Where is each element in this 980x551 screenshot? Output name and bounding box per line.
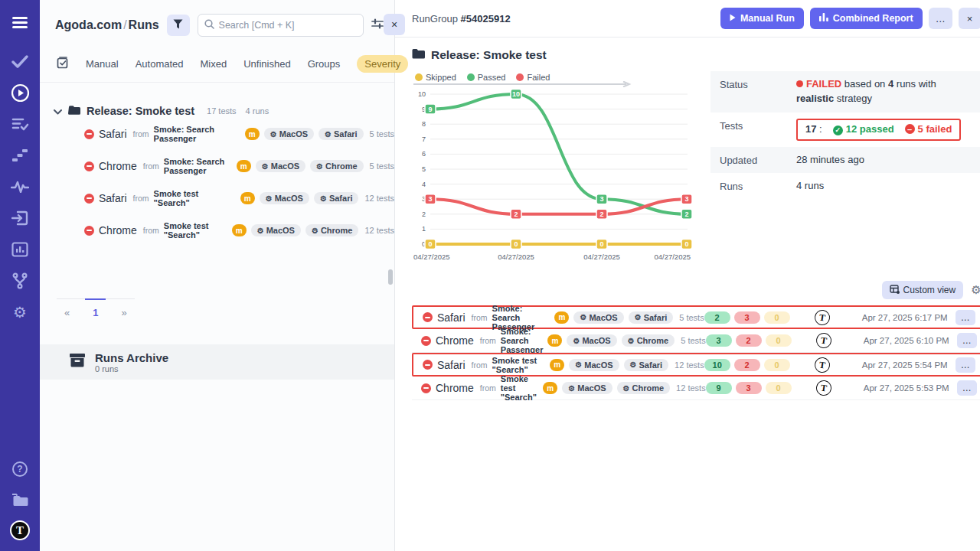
pulse-icon[interactable] [10,177,30,197]
svg-text:04/27/2025: 04/27/2025 [498,253,534,261]
tab-automated[interactable]: Automated [136,58,184,70]
menu-icon[interactable] [10,12,30,32]
run-browser-name[interactable]: Chrome [99,224,137,236]
runs-tree: Release: Smoke test 17 tests 4 runs Safa… [40,83,394,246]
rungroup-run-row[interactable]: ChromefromSmoke test "Search"m⚙MacOS⚙Chr… [412,377,980,400]
run-more-button[interactable]: … [956,310,975,325]
search-box[interactable] [198,14,364,37]
search-icon [204,18,214,32]
tree-run-item[interactable]: SafarifromSmoke test "Search"m⚙MacOS⚙Saf… [54,182,394,214]
manual-run-button[interactable]: Manual Run [720,8,804,29]
run-browser-name[interactable]: Chrome [436,382,474,394]
runs-archive[interactable]: Runs Archive 0 runs [40,344,394,380]
run-from-label: from [143,226,159,235]
svg-text:3: 3 [428,195,432,203]
report-chart-icon[interactable] [10,240,30,259]
rungroup-run-row[interactable]: SafarifromSmoke test "Search"m⚙MacOS⚙Saf… [412,353,980,377]
breadcrumb-section: Runs [129,18,159,31]
gear-icon: ⚙ [325,130,332,139]
tree-run-item[interactable]: ChromefromSmoke test "Search"m⚙MacOS⚙Chr… [54,214,394,246]
manual-badge: m [232,224,247,236]
legend-failed[interactable]: Failed [516,73,550,82]
check-icon[interactable] [10,51,30,71]
tree-run-item[interactable]: ChromefromSmoke: Search Passengerm⚙MacOS… [54,150,394,182]
steps-icon[interactable] [10,145,30,165]
tree-run-list: SafarifromSmoke: Search Passengerm⚙MacOS… [54,118,394,246]
manual-badge: m [237,160,251,172]
skipped-count-pill: 0 [764,359,790,371]
failed-status-icon [84,194,94,204]
legend-dot-icon [467,73,475,81]
gear-icon: ⚙ [623,384,630,393]
tab-severity[interactable]: Severity [357,55,408,73]
skipped-count-pill: 0 [766,382,792,394]
run-browser-name[interactable]: Safari [437,359,466,371]
run-browser-name[interactable]: Safari [99,192,127,204]
svg-text:04/27/2025: 04/27/2025 [583,253,620,261]
run-source-name: Smoke: Search Passenger [154,125,240,143]
tree-run-item[interactable]: SafarifromSmoke: Search Passengerm⚙MacOS… [54,118,394,150]
close-detail-button[interactable]: × [959,8,980,29]
settings-gear-icon[interactable]: ⚙ [10,302,30,322]
more-actions-button[interactable]: … [929,8,952,29]
list-settings-icon[interactable]: ⚙ [971,283,980,297]
gear-icon: ⚙ [262,162,269,171]
run-browser-name[interactable]: Chrome [436,334,474,347]
run-browser-name[interactable]: Chrome [99,160,137,172]
svg-text:6: 6 [422,150,426,158]
failed-status-icon [423,312,433,322]
filter-button[interactable] [167,15,190,36]
select-all-icon[interactable] [57,57,69,72]
combined-report-button[interactable]: Combined Report [810,8,923,29]
run-tests-count: 12 tests [364,194,394,203]
pagination-next-button[interactable]: » [113,307,134,318]
rungroup-run-list: SafarifromSmoke: Search Passengerm⚙MacOS… [412,305,980,400]
run-more-button[interactable]: … [956,357,975,373]
folders-icon[interactable] [10,490,30,510]
breadcrumb-project[interactable]: Agoda.com [55,18,122,31]
pagination-prev-button[interactable]: « [57,307,77,318]
run-more-button[interactable]: … [957,333,977,348]
app-sidebar: ⚙ ? T [0,0,40,551]
tab-manual[interactable]: Manual [86,58,119,70]
rungroup-run-row[interactable]: ChromefromSmoke: Search Passengerm⚙MacOS… [412,329,980,353]
help-icon[interactable]: ? [10,459,30,479]
tab-unfinished[interactable]: Unfinished [243,58,290,70]
failed-status-icon [84,129,94,139]
pagination-page-1[interactable]: 1 [85,307,106,318]
testomat-reporter-icon: T [815,380,832,397]
runs-trend-chart: SkippedPassedFailed 01234567891004/27/20… [412,71,700,269]
play-circle-icon[interactable] [10,83,30,103]
import-icon[interactable] [10,208,30,228]
run-more-button[interactable]: … [957,380,977,396]
legend-passed[interactable]: Passed [467,73,506,82]
custom-view-button[interactable]: Custom view [882,281,964,299]
testomat-reporter-icon: T [813,356,831,373]
run-result-counts: 320 [706,334,796,347]
tree-group-header[interactable]: Release: Smoke test 17 tests 4 runs [54,104,394,118]
minus-circle-icon: – [905,124,915,134]
run-result-counts: 1020 [704,359,795,371]
folder-icon [412,48,425,62]
list-check-icon[interactable] [10,114,30,134]
legend-skipped[interactable]: Skipped [415,73,456,82]
failed-status-icon [421,336,431,346]
tab-groups[interactable]: Groups [308,58,341,70]
rungroup-detail-panel: RunGroup #54025912 Manual Run Combined R… [395,0,980,551]
run-source-name: Smoke test "Search" [164,221,227,240]
search-input[interactable] [219,20,357,31]
rungroup-title: Release: Smoke test [431,48,547,62]
tab-mixed[interactable]: Mixed [201,58,227,70]
manual-badge: m [543,382,557,394]
panel-close-button[interactable]: × [384,14,405,35]
left-panel-scrollbar[interactable] [388,269,393,285]
run-browser-name[interactable]: Safari [99,128,127,140]
run-date: Apr 27, 2025 6:17 PM [850,313,948,322]
testomat-logo-icon[interactable]: T [10,520,30,540]
rungroup-run-row[interactable]: SafarifromSmoke: Search Passengerm⚙MacOS… [412,305,980,329]
legend-dot-icon [415,73,423,81]
play-icon [730,13,736,24]
branch-icon[interactable] [10,271,30,291]
display-settings-icon[interactable] [371,18,384,32]
run-browser-name[interactable]: Safari [437,311,466,324]
